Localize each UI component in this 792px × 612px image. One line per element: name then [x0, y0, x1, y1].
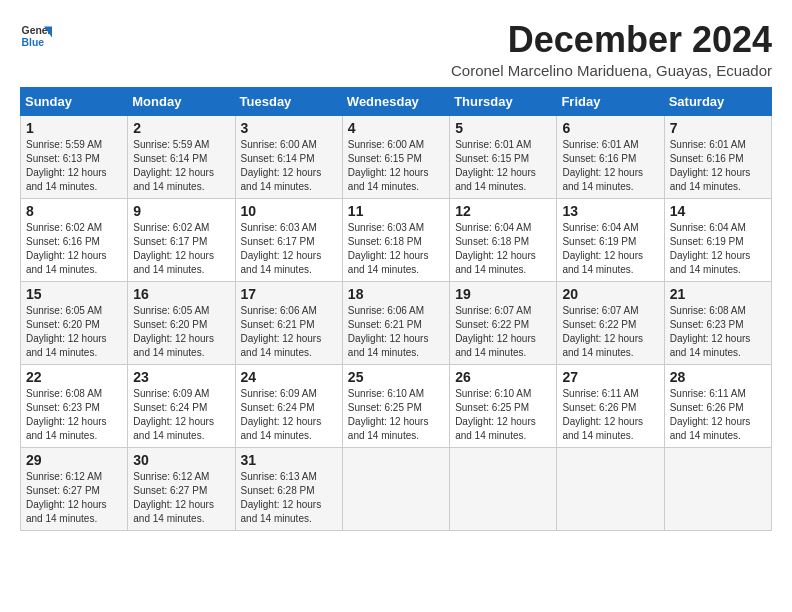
day-number: 11 — [348, 203, 444, 219]
calendar-cell: 25Sunrise: 6:10 AMSunset: 6:25 PMDayligh… — [342, 364, 449, 447]
day-number: 26 — [455, 369, 551, 385]
calendar-cell: 3Sunrise: 6:00 AMSunset: 6:14 PMDaylight… — [235, 115, 342, 198]
day-info: Sunrise: 6:08 AMSunset: 6:23 PMDaylight:… — [670, 304, 766, 360]
day-number: 18 — [348, 286, 444, 302]
day-number: 16 — [133, 286, 229, 302]
day-number: 31 — [241, 452, 337, 468]
logo-icon: General Blue — [20, 20, 52, 52]
calendar-cell: 16Sunrise: 6:05 AMSunset: 6:20 PMDayligh… — [128, 281, 235, 364]
calendar-cell: 12Sunrise: 6:04 AMSunset: 6:18 PMDayligh… — [450, 198, 557, 281]
day-number: 29 — [26, 452, 122, 468]
calendar-cell — [664, 447, 771, 530]
header-day-saturday: Saturday — [664, 87, 771, 115]
calendar-cell: 27Sunrise: 6:11 AMSunset: 6:26 PMDayligh… — [557, 364, 664, 447]
day-number: 3 — [241, 120, 337, 136]
calendar-cell: 15Sunrise: 6:05 AMSunset: 6:20 PMDayligh… — [21, 281, 128, 364]
calendar-cell: 26Sunrise: 6:10 AMSunset: 6:25 PMDayligh… — [450, 364, 557, 447]
day-info: Sunrise: 6:00 AMSunset: 6:15 PMDaylight:… — [348, 138, 444, 194]
day-info: Sunrise: 6:05 AMSunset: 6:20 PMDaylight:… — [133, 304, 229, 360]
day-number: 1 — [26, 120, 122, 136]
day-info: Sunrise: 6:02 AMSunset: 6:17 PMDaylight:… — [133, 221, 229, 277]
day-number: 25 — [348, 369, 444, 385]
day-number: 21 — [670, 286, 766, 302]
day-info: Sunrise: 6:07 AMSunset: 6:22 PMDaylight:… — [562, 304, 658, 360]
header-day-thursday: Thursday — [450, 87, 557, 115]
calendar-cell: 6Sunrise: 6:01 AMSunset: 6:16 PMDaylight… — [557, 115, 664, 198]
day-info: Sunrise: 6:04 AMSunset: 6:19 PMDaylight:… — [670, 221, 766, 277]
day-info: Sunrise: 6:09 AMSunset: 6:24 PMDaylight:… — [241, 387, 337, 443]
calendar-cell: 9Sunrise: 6:02 AMSunset: 6:17 PMDaylight… — [128, 198, 235, 281]
calendar-cell: 7Sunrise: 6:01 AMSunset: 6:16 PMDaylight… — [664, 115, 771, 198]
day-info: Sunrise: 6:02 AMSunset: 6:16 PMDaylight:… — [26, 221, 122, 277]
calendar-cell: 10Sunrise: 6:03 AMSunset: 6:17 PMDayligh… — [235, 198, 342, 281]
day-info: Sunrise: 6:00 AMSunset: 6:14 PMDaylight:… — [241, 138, 337, 194]
calendar-cell: 4Sunrise: 6:00 AMSunset: 6:15 PMDaylight… — [342, 115, 449, 198]
calendar-cell: 18Sunrise: 6:06 AMSunset: 6:21 PMDayligh… — [342, 281, 449, 364]
day-info: Sunrise: 6:08 AMSunset: 6:23 PMDaylight:… — [26, 387, 122, 443]
calendar-week-1: 1Sunrise: 5:59 AMSunset: 6:13 PMDaylight… — [21, 115, 772, 198]
day-number: 17 — [241, 286, 337, 302]
calendar-table: SundayMondayTuesdayWednesdayThursdayFrid… — [20, 87, 772, 531]
day-info: Sunrise: 6:03 AMSunset: 6:17 PMDaylight:… — [241, 221, 337, 277]
header-day-tuesday: Tuesday — [235, 87, 342, 115]
day-info: Sunrise: 6:01 AMSunset: 6:16 PMDaylight:… — [670, 138, 766, 194]
day-info: Sunrise: 5:59 AMSunset: 6:13 PMDaylight:… — [26, 138, 122, 194]
calendar-cell: 17Sunrise: 6:06 AMSunset: 6:21 PMDayligh… — [235, 281, 342, 364]
day-number: 28 — [670, 369, 766, 385]
calendar-cell: 21Sunrise: 6:08 AMSunset: 6:23 PMDayligh… — [664, 281, 771, 364]
day-number: 2 — [133, 120, 229, 136]
day-number: 4 — [348, 120, 444, 136]
day-number: 30 — [133, 452, 229, 468]
calendar-cell: 13Sunrise: 6:04 AMSunset: 6:19 PMDayligh… — [557, 198, 664, 281]
title-area: December 2024 Coronel Marcelino Mariduen… — [451, 20, 772, 79]
calendar-cell: 19Sunrise: 6:07 AMSunset: 6:22 PMDayligh… — [450, 281, 557, 364]
day-number: 7 — [670, 120, 766, 136]
day-info: Sunrise: 6:01 AMSunset: 6:15 PMDaylight:… — [455, 138, 551, 194]
calendar-week-5: 29Sunrise: 6:12 AMSunset: 6:27 PMDayligh… — [21, 447, 772, 530]
day-number: 13 — [562, 203, 658, 219]
day-number: 14 — [670, 203, 766, 219]
day-number: 10 — [241, 203, 337, 219]
calendar-body: 1Sunrise: 5:59 AMSunset: 6:13 PMDaylight… — [21, 115, 772, 530]
day-info: Sunrise: 6:05 AMSunset: 6:20 PMDaylight:… — [26, 304, 122, 360]
day-info: Sunrise: 6:12 AMSunset: 6:27 PMDaylight:… — [26, 470, 122, 526]
location-title: Coronel Marcelino Mariduena, Guayas, Ecu… — [451, 62, 772, 79]
header-day-sunday: Sunday — [21, 87, 128, 115]
header-day-monday: Monday — [128, 87, 235, 115]
day-info: Sunrise: 6:11 AMSunset: 6:26 PMDaylight:… — [670, 387, 766, 443]
calendar-cell: 1Sunrise: 5:59 AMSunset: 6:13 PMDaylight… — [21, 115, 128, 198]
logo: General Blue — [20, 20, 52, 52]
calendar-cell: 31Sunrise: 6:13 AMSunset: 6:28 PMDayligh… — [235, 447, 342, 530]
month-title: December 2024 — [451, 20, 772, 60]
day-number: 27 — [562, 369, 658, 385]
calendar-week-4: 22Sunrise: 6:08 AMSunset: 6:23 PMDayligh… — [21, 364, 772, 447]
header-day-wednesday: Wednesday — [342, 87, 449, 115]
svg-text:Blue: Blue — [22, 37, 45, 48]
day-number: 20 — [562, 286, 658, 302]
day-number: 9 — [133, 203, 229, 219]
day-info: Sunrise: 6:11 AMSunset: 6:26 PMDaylight:… — [562, 387, 658, 443]
calendar-cell — [342, 447, 449, 530]
calendar-week-2: 8Sunrise: 6:02 AMSunset: 6:16 PMDaylight… — [21, 198, 772, 281]
calendar-header: SundayMondayTuesdayWednesdayThursdayFrid… — [21, 87, 772, 115]
calendar-cell: 22Sunrise: 6:08 AMSunset: 6:23 PMDayligh… — [21, 364, 128, 447]
calendar-cell: 23Sunrise: 6:09 AMSunset: 6:24 PMDayligh… — [128, 364, 235, 447]
day-info: Sunrise: 5:59 AMSunset: 6:14 PMDaylight:… — [133, 138, 229, 194]
day-number: 8 — [26, 203, 122, 219]
calendar-cell: 28Sunrise: 6:11 AMSunset: 6:26 PMDayligh… — [664, 364, 771, 447]
day-info: Sunrise: 6:09 AMSunset: 6:24 PMDaylight:… — [133, 387, 229, 443]
day-info: Sunrise: 6:03 AMSunset: 6:18 PMDaylight:… — [348, 221, 444, 277]
day-number: 12 — [455, 203, 551, 219]
day-number: 6 — [562, 120, 658, 136]
calendar-cell: 29Sunrise: 6:12 AMSunset: 6:27 PMDayligh… — [21, 447, 128, 530]
calendar-cell: 5Sunrise: 6:01 AMSunset: 6:15 PMDaylight… — [450, 115, 557, 198]
calendar-cell: 30Sunrise: 6:12 AMSunset: 6:27 PMDayligh… — [128, 447, 235, 530]
header-day-friday: Friday — [557, 87, 664, 115]
day-info: Sunrise: 6:07 AMSunset: 6:22 PMDaylight:… — [455, 304, 551, 360]
calendar-cell: 14Sunrise: 6:04 AMSunset: 6:19 PMDayligh… — [664, 198, 771, 281]
day-info: Sunrise: 6:06 AMSunset: 6:21 PMDaylight:… — [241, 304, 337, 360]
day-info: Sunrise: 6:01 AMSunset: 6:16 PMDaylight:… — [562, 138, 658, 194]
calendar-cell: 2Sunrise: 5:59 AMSunset: 6:14 PMDaylight… — [128, 115, 235, 198]
calendar-cell: 20Sunrise: 6:07 AMSunset: 6:22 PMDayligh… — [557, 281, 664, 364]
day-info: Sunrise: 6:13 AMSunset: 6:28 PMDaylight:… — [241, 470, 337, 526]
